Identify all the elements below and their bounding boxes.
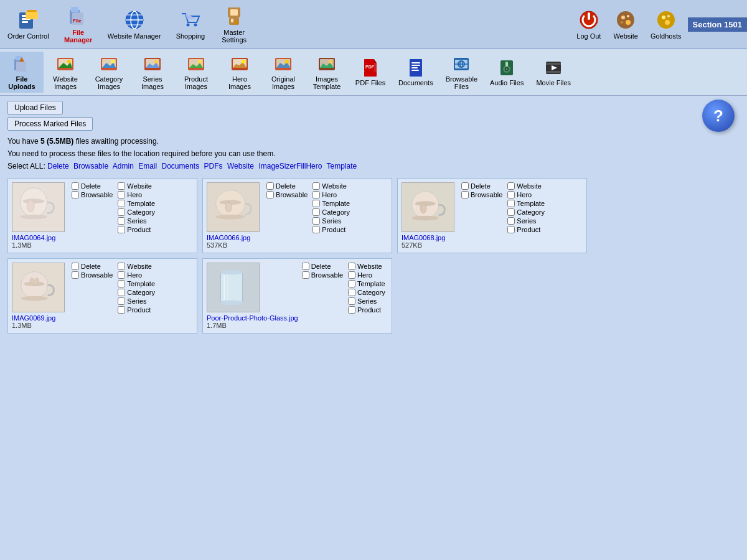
nav-website-images[interactable]: WebsiteImages <box>44 52 87 93</box>
cb-browsable-2[interactable]: Browsable <box>266 191 308 198</box>
cb-template-3[interactable]: Template <box>507 200 545 207</box>
cb-product-3[interactable]: Product <box>507 226 545 233</box>
select-all-delete[interactable]: Delete <box>47 162 69 170</box>
cb-template-5[interactable]: Template <box>348 280 385 287</box>
cb-delete-4[interactable]: Delete <box>72 263 113 270</box>
help-button[interactable]: ? <box>702 100 735 132</box>
select-all-email[interactable]: Email <box>138 162 157 170</box>
cb-website-4[interactable]: Website <box>118 263 155 270</box>
nav-audio-files[interactable]: Audio Files <box>484 55 530 89</box>
svg-point-92 <box>21 215 47 220</box>
cb-website-5[interactable]: Website <box>348 263 385 270</box>
cb-website-3[interactable]: Website <box>507 182 545 190</box>
nav-documents[interactable]: Documents <box>392 55 439 89</box>
svg-point-29 <box>657 11 675 29</box>
file-name-1[interactable]: IMAG0064.jpg <box>12 234 55 241</box>
file-card-2: IMAG0066.jpg 537KB Delete Browsable Webs… <box>202 178 392 253</box>
file-checkboxes-2: Delete Browsable Website Hero Template C… <box>266 182 388 249</box>
cb-browsable-3[interactable]: Browsable <box>461 191 502 198</box>
svg-point-60 <box>285 60 289 63</box>
nav-browsable-files[interactable]: BrowsableFiles <box>439 52 484 93</box>
nav-order-control[interactable]: Order Control <box>0 6 57 42</box>
nav-website[interactable]: Website <box>607 6 644 42</box>
cb-category-1[interactable]: Category <box>118 208 155 216</box>
select-all-template[interactable]: Template <box>327 162 357 170</box>
content-area: Upload Files Process Marked Files You ha… <box>0 96 747 338</box>
cb-hero-3[interactable]: Hero <box>507 191 545 198</box>
cb-series-4[interactable]: Series <box>118 297 155 305</box>
nav-logout[interactable]: Log Out <box>570 6 607 42</box>
file-name-4[interactable]: IMAG0069.jpg <box>12 314 55 322</box>
nav-goldhosts[interactable]: Goldhosts <box>644 6 688 42</box>
svg-point-48 <box>154 60 158 63</box>
cb-hero-2[interactable]: Hero <box>312 191 350 198</box>
nav-movie-files[interactable]: Movie Files <box>530 55 577 89</box>
cb-template-2[interactable]: Template <box>312 200 350 207</box>
select-all-imagesizerfillhero[interactable]: ImageSizerFillHero <box>258 162 322 170</box>
nav-goldhosts-label: Goldhosts <box>651 32 682 40</box>
nav-series-images[interactable]: SeriesImages <box>131 52 174 93</box>
cb-template-4[interactable]: Template <box>118 280 155 287</box>
cb-category-2[interactable]: Category <box>312 208 350 216</box>
cb-website-2[interactable]: Website <box>312 182 350 190</box>
nav-original-images[interactable]: OriginalImages <box>261 52 305 93</box>
file-name-3[interactable]: IMAG0068.jpg <box>402 234 445 241</box>
svg-rect-73 <box>411 67 418 68</box>
cb-product-2[interactable]: Product <box>312 226 350 233</box>
nav-original-images-label: OriginalImages <box>271 75 295 90</box>
cb-hero-5[interactable]: Hero <box>348 271 385 279</box>
cb-browsable-5[interactable]: Browsable <box>302 271 343 279</box>
file-name-2[interactable]: IMAG0066.jpg <box>207 234 250 241</box>
cb-browsable-4[interactable]: Browsable <box>72 271 113 279</box>
upload-files-button[interactable]: Upload Files <box>7 101 63 114</box>
file-thumb-area-2: IMAG0066.jpg 537KB <box>207 182 263 249</box>
nav-hero-images[interactable]: HeroImages <box>218 52 261 93</box>
nav-file-uploads-label: FileUploads <box>8 75 35 90</box>
cb-series-2[interactable]: Series <box>312 217 350 225</box>
select-all-pdfs[interactable]: PDFs <box>204 162 223 170</box>
cb-category-4[interactable]: Category <box>118 289 155 296</box>
svg-point-103 <box>420 203 426 213</box>
cb-website-1[interactable]: Website <box>118 182 155 190</box>
cb-hero-4[interactable]: Hero <box>118 271 155 279</box>
cb-browsable-1[interactable]: Browsable <box>72 191 113 198</box>
cb-series-5[interactable]: Series <box>348 297 385 305</box>
svg-point-98 <box>225 202 232 212</box>
cb-delete-1[interactable]: Delete <box>72 182 113 190</box>
nav-master-settings[interactable]: MasterSettings <box>212 2 256 46</box>
svg-point-16 <box>194 24 197 27</box>
cb-delete-2[interactable]: Delete <box>266 182 308 190</box>
nav-file-manager[interactable]: File FileManager <box>57 2 100 46</box>
cb-template-1[interactable]: Template <box>118 200 155 207</box>
cb-product-4[interactable]: Product <box>118 306 155 314</box>
nav-file-manager-label: FileManager <box>64 29 92 44</box>
file-name-5[interactable]: Poor-Product-Photo-Glass.jpg <box>207 314 298 322</box>
file-thumb-area-5: Poor-Product-Photo-Glass.jpg 1.7MB <box>207 263 298 329</box>
cb-series-1[interactable]: Series <box>118 217 155 225</box>
nav-pdf-files[interactable]: PDF PDF Files <box>349 55 392 89</box>
nav-shopping[interactable]: Shopping <box>169 6 213 42</box>
svg-rect-18 <box>230 9 238 16</box>
select-all-admin[interactable]: Admin <box>113 162 134 170</box>
nav-file-uploads[interactable]: FileUploads <box>0 52 44 93</box>
cb-category-5[interactable]: Category <box>348 289 385 296</box>
svg-point-110 <box>221 270 243 275</box>
nav-website-manager[interactable]: Website Manager <box>100 6 169 42</box>
nav-category-images[interactable]: CategoryImages <box>87 52 131 93</box>
cb-series-3[interactable]: Series <box>507 217 545 225</box>
file-thumb-3 <box>402 182 454 232</box>
svg-rect-5 <box>26 12 38 19</box>
nav-images-template[interactable]: ImagesTemplate <box>305 52 349 93</box>
cb-delete-3[interactable]: Delete <box>461 182 502 190</box>
cb-category-3[interactable]: Category <box>507 208 545 216</box>
cb-hero-1[interactable]: Hero <box>118 191 155 198</box>
process-marked-files-button[interactable]: Process Marked Files <box>7 117 93 131</box>
cb-delete-5[interactable]: Delete <box>302 263 343 270</box>
cb-product-5[interactable]: Product <box>348 306 385 314</box>
select-all-website[interactable]: Website <box>227 162 254 170</box>
file-checkboxes-3: Delete Browsable Website Hero Template C… <box>461 182 583 249</box>
cb-product-1[interactable]: Product <box>118 226 155 233</box>
select-all-browsable[interactable]: Browsable <box>73 162 108 170</box>
nav-product-images[interactable]: ProductImages <box>174 52 218 93</box>
select-all-documents[interactable]: Documents <box>162 162 200 170</box>
